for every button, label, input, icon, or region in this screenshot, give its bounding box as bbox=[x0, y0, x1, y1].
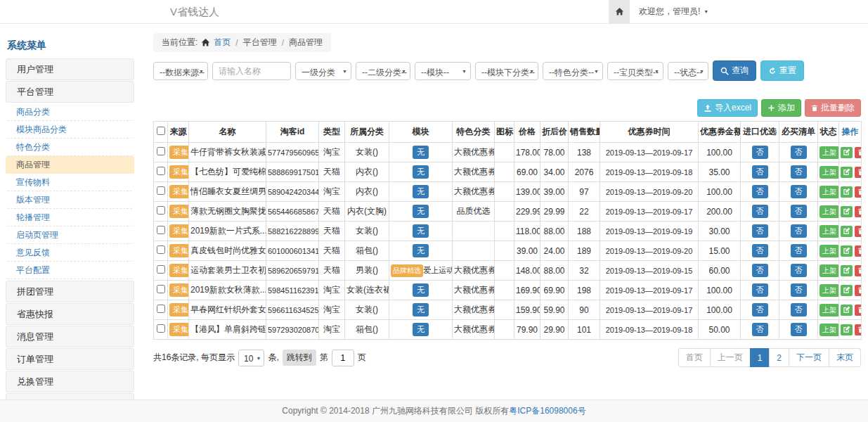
module-badge[interactable]: 无 bbox=[413, 165, 429, 179]
sidebar-item[interactable]: 版本管理 bbox=[6, 191, 134, 209]
row-checkbox[interactable] bbox=[157, 226, 165, 234]
import-select-toggle[interactable]: 否 bbox=[752, 283, 768, 297]
import-select-toggle[interactable]: 否 bbox=[752, 185, 768, 198]
must-buy-toggle[interactable]: 否 bbox=[791, 323, 807, 336]
edit-button[interactable] bbox=[841, 265, 853, 276]
delete-button[interactable] bbox=[855, 285, 862, 296]
import-select-toggle[interactable]: 否 bbox=[752, 244, 768, 257]
edit-button[interactable] bbox=[841, 245, 853, 257]
sidebar-item[interactable]: 平台配置 bbox=[6, 262, 134, 279]
import-select-toggle[interactable]: 否 bbox=[752, 146, 768, 159]
sidebar-group[interactable]: 用户管理 bbox=[6, 58, 134, 80]
import-select-toggle[interactable]: 否 bbox=[752, 323, 768, 336]
status-badge[interactable]: 上架 bbox=[820, 284, 839, 297]
row-checkbox[interactable] bbox=[157, 167, 165, 175]
module-badge[interactable]: 无 bbox=[413, 224, 429, 238]
must-buy-toggle[interactable]: 否 bbox=[791, 185, 807, 198]
jump-button[interactable]: 跳转到 bbox=[283, 350, 316, 366]
filter-select[interactable]: --状态--▼ bbox=[668, 62, 708, 80]
row-checkbox[interactable] bbox=[157, 186, 165, 195]
row-checkbox[interactable] bbox=[157, 147, 165, 155]
status-badge[interactable]: 上架 bbox=[820, 186, 839, 198]
filter-select[interactable]: --模块下分类--▼ bbox=[475, 62, 538, 80]
filter-select[interactable]: --二级分类--▼ bbox=[356, 62, 410, 80]
status-badge[interactable]: 上架 bbox=[820, 304, 839, 316]
edit-button[interactable] bbox=[841, 285, 853, 296]
import-select-toggle[interactable]: 否 bbox=[752, 224, 768, 238]
row-checkbox[interactable] bbox=[157, 265, 165, 274]
sidebar-item[interactable]: 宣传物料 bbox=[6, 174, 134, 191]
page-button[interactable]: 2 bbox=[769, 348, 789, 367]
must-buy-toggle[interactable]: 否 bbox=[791, 244, 807, 257]
must-buy-toggle[interactable]: 否 bbox=[791, 165, 807, 179]
must-buy-toggle[interactable]: 否 bbox=[791, 224, 807, 238]
sidebar-group[interactable]: 平台管理 bbox=[6, 81, 134, 103]
filter-select[interactable]: --宝贝类型--▼ bbox=[607, 62, 663, 80]
sidebar-item[interactable]: 启动页管理 bbox=[6, 226, 134, 244]
name-search-input[interactable] bbox=[212, 62, 291, 80]
sidebar-item[interactable]: 轮播管理 bbox=[6, 209, 134, 226]
module-badge[interactable]: 无 bbox=[413, 323, 429, 336]
search-button[interactable]: 查询 bbox=[713, 60, 756, 81]
filter-select[interactable]: --特色分类--▼ bbox=[543, 62, 603, 80]
row-checkbox[interactable] bbox=[157, 206, 165, 215]
page-button[interactable]: 首页 bbox=[678, 348, 711, 367]
page-size-select[interactable]: 10 ▼ bbox=[238, 350, 264, 366]
row-checkbox[interactable] bbox=[157, 285, 165, 293]
module-badge[interactable]: 无 bbox=[413, 205, 429, 218]
module-badge[interactable]: 无 bbox=[413, 283, 429, 297]
delete-button[interactable] bbox=[855, 147, 862, 158]
delete-button[interactable] bbox=[855, 226, 862, 237]
sidebar-group[interactable]: 订单管理 bbox=[6, 348, 134, 370]
module-badge[interactable]: 无 bbox=[413, 303, 429, 316]
import-select-toggle[interactable]: 否 bbox=[752, 303, 768, 316]
must-buy-toggle[interactable]: 否 bbox=[791, 303, 807, 316]
import-select-toggle[interactable]: 否 bbox=[752, 205, 768, 218]
import-select-toggle[interactable]: 否 bbox=[752, 264, 768, 277]
sidebar-item[interactable]: 商品管理 bbox=[6, 156, 134, 174]
sidebar-item[interactable]: 商品分类 bbox=[6, 103, 134, 121]
page-button[interactable]: 上一页 bbox=[710, 348, 751, 367]
delete-button[interactable] bbox=[855, 186, 862, 198]
edit-button[interactable] bbox=[841, 206, 853, 217]
row-checkbox[interactable] bbox=[157, 305, 165, 313]
must-buy-toggle[interactable]: 否 bbox=[791, 283, 807, 297]
status-badge[interactable]: 上架 bbox=[820, 264, 839, 277]
batch-delete-button[interactable]: 批量删除 bbox=[805, 99, 861, 117]
module-badge[interactable]: 无 bbox=[413, 244, 429, 257]
status-badge[interactable]: 上架 bbox=[820, 225, 839, 238]
user-menu[interactable]: 欢迎您，管理员! ▼ bbox=[639, 0, 708, 23]
must-buy-toggle[interactable]: 否 bbox=[791, 146, 807, 159]
status-badge[interactable]: 上架 bbox=[820, 146, 839, 159]
row-checkbox[interactable] bbox=[157, 324, 165, 333]
must-buy-toggle[interactable]: 否 bbox=[791, 205, 807, 218]
edit-button[interactable] bbox=[841, 167, 853, 178]
status-badge[interactable]: 上架 bbox=[820, 205, 839, 218]
status-badge[interactable]: 上架 bbox=[820, 166, 839, 179]
page-button[interactable]: 下一页 bbox=[789, 348, 829, 367]
edit-button[interactable] bbox=[841, 186, 853, 198]
add-button[interactable]: 添加 bbox=[761, 99, 801, 117]
delete-button[interactable] bbox=[855, 206, 862, 217]
module-badge[interactable]: 无 bbox=[413, 146, 429, 159]
edit-button[interactable] bbox=[841, 324, 853, 335]
delete-button[interactable] bbox=[855, 167, 862, 178]
import-excel-button[interactable]: 导入excel bbox=[697, 99, 758, 117]
must-buy-toggle[interactable]: 否 bbox=[791, 264, 807, 277]
status-badge[interactable]: 上架 bbox=[820, 245, 839, 257]
reset-button[interactable]: 重置 bbox=[760, 60, 804, 81]
filter-select[interactable]: --模块--▼ bbox=[415, 62, 471, 80]
sidebar-group[interactable]: 兑换管理 bbox=[6, 371, 134, 392]
page-button[interactable]: 末页 bbox=[829, 348, 861, 367]
page-button[interactable]: 1 bbox=[750, 348, 770, 367]
sidebar-item[interactable]: 特色分类 bbox=[6, 139, 134, 156]
delete-button[interactable] bbox=[855, 305, 862, 316]
home-button[interactable] bbox=[609, 0, 630, 23]
delete-button[interactable] bbox=[855, 245, 862, 257]
delete-button[interactable] bbox=[855, 324, 862, 335]
row-checkbox[interactable] bbox=[157, 245, 165, 254]
filter-select[interactable]: --数据来源--▼ bbox=[153, 62, 208, 80]
import-select-toggle[interactable]: 否 bbox=[752, 165, 768, 179]
sidebar-group[interactable]: 省惠快报 bbox=[6, 303, 134, 325]
filter-select[interactable]: 一级分类▼ bbox=[295, 62, 351, 80]
